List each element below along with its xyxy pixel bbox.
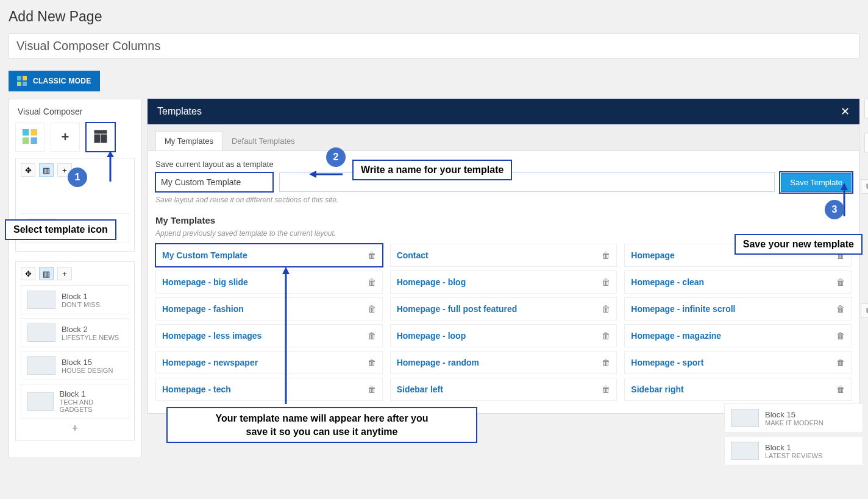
template-link[interactable]: Homepage - magazine xyxy=(631,331,721,341)
template-item[interactable]: Homepage - tech🗑 xyxy=(155,378,383,401)
template-icon-button[interactable] xyxy=(86,122,115,152)
template-delete-button[interactable]: 🗑 xyxy=(836,304,845,314)
template-delete-button[interactable]: 🗑 xyxy=(836,358,845,367)
svg-rect-7 xyxy=(31,137,38,144)
template-delete-button[interactable]: 🗑 xyxy=(602,384,610,394)
template-delete-button[interactable]: 🗑 xyxy=(836,277,845,287)
move-handle[interactable]: ✥ xyxy=(21,163,35,177)
vc-logo-button[interactable] xyxy=(15,122,44,152)
template-delete-button[interactable]: 🗑 xyxy=(602,277,610,287)
block-card[interactable]: Block 1 TECH AND GADGETS xyxy=(21,384,129,419)
modal-body: My Templates Default Templates Save curr… xyxy=(148,124,859,414)
template-item[interactable]: Homepage - newspaper🗑 xyxy=(155,351,383,374)
template-item[interactable]: Homepage - blog🗑 xyxy=(390,271,617,294)
template-item[interactable]: Homepage - fashion🗑 xyxy=(155,297,383,320)
modal-title: Templates xyxy=(157,106,202,117)
row-clone-button[interactable]: ⧉ xyxy=(861,179,868,194)
template-item[interactable]: Homepage - loop🗑 xyxy=(390,324,617,347)
row-clone-button[interactable]: ⧉ xyxy=(861,303,868,318)
template-item[interactable]: Homepage - less images🗑 xyxy=(155,324,383,347)
template-delete-button[interactable]: 🗑 xyxy=(602,358,610,367)
block-card[interactable]: Block 2 LIFESTYLE NEWS xyxy=(21,318,129,347)
template-link[interactable]: Homepage - big slide xyxy=(162,277,248,287)
panel-collapse-button[interactable]: ▴ xyxy=(864,99,868,118)
template-item[interactable]: Homepage - clean🗑 xyxy=(624,271,852,294)
template-link[interactable]: Homepage xyxy=(631,250,675,260)
template-item[interactable]: Homepage - big slide🗑 xyxy=(155,271,383,294)
block-thumb-icon xyxy=(27,356,55,375)
block-title: Block 15 xyxy=(765,410,824,419)
step-badge-1: 1 xyxy=(68,168,87,187)
block-card[interactable]: Block 15 MAKE IT MODERN xyxy=(724,403,863,433)
row-layout-button[interactable]: ▥ xyxy=(39,267,54,280)
template-delete-button[interactable]: 🗑 xyxy=(368,304,376,314)
row-add-button[interactable]: + xyxy=(57,267,72,280)
template-item[interactable]: Homepage - infinite scroll🗑 xyxy=(624,297,852,320)
template-delete-button[interactable]: 🗑 xyxy=(602,304,610,314)
panel-settings-button[interactable]: ⚙ xyxy=(864,133,868,152)
template-link[interactable]: Homepage - random xyxy=(397,358,479,367)
move-icon: ✥ xyxy=(25,166,32,175)
template-link[interactable]: Homepage - less images xyxy=(162,331,261,341)
move-handle[interactable]: ✥ xyxy=(21,267,35,280)
svg-rect-4 xyxy=(23,129,29,136)
block-subtitle: HOUSE DESIGN xyxy=(62,367,113,374)
template-item[interactable]: Homepage - magazine🗑 xyxy=(624,324,852,347)
template-link[interactable]: Homepage - sport xyxy=(631,358,703,367)
template-item[interactable]: Sidebar left🗑 xyxy=(390,378,617,401)
template-icon xyxy=(94,130,107,145)
block-thumb-icon xyxy=(731,409,759,427)
svg-marker-12 xyxy=(107,151,114,157)
tab-default-templates[interactable]: Default Templates xyxy=(222,131,304,150)
template-link[interactable]: Contact xyxy=(397,250,429,260)
template-delete-button[interactable]: 🗑 xyxy=(368,358,376,367)
visual-composer-icon xyxy=(23,129,37,146)
modal-close-button[interactable]: ✕ xyxy=(841,105,850,118)
template-link[interactable]: Homepage - blog xyxy=(397,277,466,287)
template-link[interactable]: Homepage - fashion xyxy=(162,304,244,314)
template-link[interactable]: Sidebar left xyxy=(397,384,443,394)
classic-mode-button[interactable]: CLASSIC MODE xyxy=(9,71,100,91)
block-card[interactable]: Block 1 LATEST REVIEWS xyxy=(724,436,863,465)
add-element-button[interactable]: + xyxy=(51,122,80,152)
plus-icon: + xyxy=(62,129,69,145)
plus-icon: + xyxy=(62,269,67,278)
template-link[interactable]: Homepage - full post featured xyxy=(397,304,518,314)
svg-rect-5 xyxy=(31,129,38,136)
block-title: Block 2 xyxy=(62,325,119,334)
template-delete-button[interactable]: 🗑 xyxy=(836,384,845,394)
template-item[interactable]: Homepage - random🗑 xyxy=(390,351,617,374)
svg-marker-18 xyxy=(282,267,290,274)
template-name-input[interactable] xyxy=(155,172,273,192)
template-delete-button[interactable]: 🗑 xyxy=(368,250,376,260)
block-subtitle: TECH AND GADGETS xyxy=(60,398,123,413)
row-layout-button[interactable]: ▥ xyxy=(39,163,54,177)
template-item[interactable]: Homepage - sport🗑 xyxy=(624,351,852,374)
page-title-input[interactable] xyxy=(9,34,859,58)
add-element-inline[interactable]: + xyxy=(21,422,129,435)
template-link[interactable]: Sidebar right xyxy=(631,384,683,394)
block-subtitle: LIFESTYLE NEWS xyxy=(62,334,119,341)
template-item[interactable]: Contact🗑 xyxy=(390,244,617,267)
template-delete-button[interactable]: 🗑 xyxy=(836,331,845,341)
template-item[interactable]: Sidebar right🗑 xyxy=(624,378,852,401)
template-link[interactable]: My Custom Template xyxy=(162,250,247,260)
block-card[interactable]: Block 15 HOUSE DESIGN xyxy=(21,351,129,380)
template-delete-button[interactable]: 🗑 xyxy=(368,384,376,394)
template-delete-button[interactable]: 🗑 xyxy=(368,277,376,287)
vc-panel-title: Visual Composer xyxy=(18,107,132,116)
template-item[interactable]: Homepage - full post featured🗑 xyxy=(390,297,617,320)
template-delete-button[interactable]: 🗑 xyxy=(368,331,376,341)
template-link[interactable]: Homepage - loop xyxy=(397,331,466,341)
template-link[interactable]: Homepage - infinite scroll xyxy=(631,304,735,314)
tab-my-templates[interactable]: My Templates xyxy=(155,131,222,150)
template-item[interactable]: My Custom Template🗑 xyxy=(155,244,383,267)
template-delete-button[interactable]: 🗑 xyxy=(602,331,610,341)
template-link[interactable]: Homepage - newspaper xyxy=(162,358,258,367)
template-delete-button[interactable]: 🗑 xyxy=(602,250,610,260)
block-card[interactable]: Block 1 DON'T MISS xyxy=(21,285,129,314)
classic-mode-label: CLASSIC MODE xyxy=(33,77,91,85)
block-subtitle: LATEST REVIEWS xyxy=(765,452,822,459)
template-link[interactable]: Homepage - tech xyxy=(162,384,231,394)
template-link[interactable]: Homepage - clean xyxy=(631,277,704,287)
